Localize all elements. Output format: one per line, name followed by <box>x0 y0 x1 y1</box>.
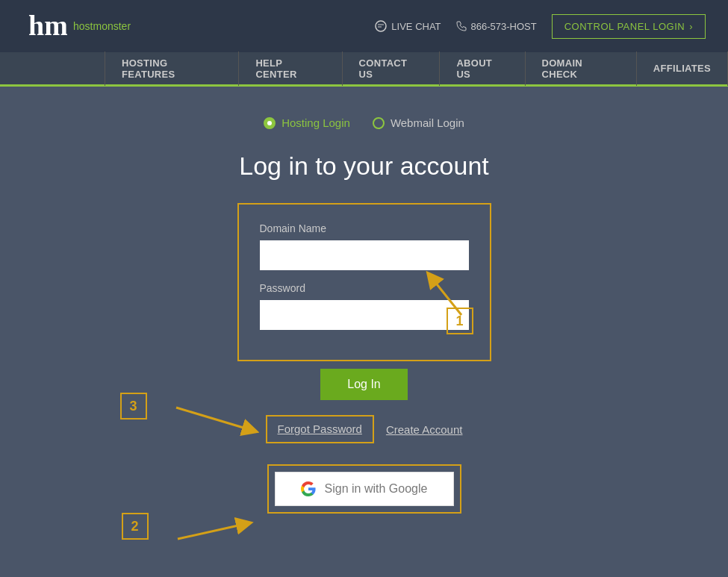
login-button[interactable]: Log In <box>320 369 407 400</box>
domain-field-group: Domain Name <box>260 222 469 270</box>
nav-affiliates[interactable]: AFFILIATES <box>637 52 728 86</box>
password-input[interactable] <box>260 300 469 330</box>
annotation-box-2: 2 <box>122 513 149 540</box>
nav-about-us[interactable]: ABOUT US <box>440 52 525 86</box>
nav-domain-check[interactable]: DOMAIN CHECK <box>526 52 637 86</box>
annotation-box-3: 3 <box>120 393 147 420</box>
logo-area: hm hostmonster <box>22 4 131 49</box>
header-top: hm hostmonster LIVE CHAT 866-573-HOST CO… <box>0 0 728 52</box>
login-form-box: Domain Name Password <box>237 203 491 361</box>
header-right: LIVE CHAT 866-573-HOST CONTROL PANEL LOG… <box>375 14 706 39</box>
forgot-password-link[interactable]: Forgot Password <box>278 422 362 435</box>
domain-input[interactable] <box>260 240 469 270</box>
google-signin-wrapper: Sign in with Google <box>267 464 461 514</box>
forgot-password-box: Forgot Password <box>266 415 374 443</box>
google-signin-area: 2 Sign in with Google <box>267 464 461 514</box>
login-toggle: Hosting Login Webmail Login <box>264 116 464 129</box>
svg-text:hm: hm <box>28 10 67 41</box>
logo-icon: hm <box>22 4 67 49</box>
google-signin-label: Sign in with Google <box>325 482 428 496</box>
page-title: Log in to your account <box>239 152 489 181</box>
annotation-1-label: 1 <box>455 314 463 329</box>
svg-point-2 <box>376 21 386 31</box>
nav-bar: HOSTING FEATURES HELP CENTER CONTACT US … <box>0 52 728 87</box>
control-panel-label: CONTROL PANEL LOGIN <box>564 21 685 32</box>
live-chat-label: LIVE CHAT <box>391 21 441 32</box>
live-chat[interactable]: LIVE CHAT <box>375 20 441 32</box>
nav-hosting-features[interactable]: HOSTING FEATURES <box>105 52 239 86</box>
phone-icon <box>456 21 467 31</box>
logo-pre: host <box>73 20 93 32</box>
nav-help-center[interactable]: HELP CENTER <box>239 52 342 86</box>
hosting-login-label: Hosting Login <box>281 116 350 129</box>
domain-label: Domain Name <box>260 222 469 234</box>
annotation-box-1: 1 <box>447 308 473 334</box>
create-account-link[interactable]: Create Account <box>386 423 463 436</box>
control-panel-btn[interactable]: CONTROL PANEL LOGIN › <box>552 14 706 39</box>
form-annotation-wrapper: Domain Name Password 1 Log In <box>111 203 618 514</box>
hosting-radio[interactable] <box>264 117 276 129</box>
arrow-right-icon: › <box>689 21 693 32</box>
logo-post: monster <box>93 20 131 32</box>
webmail-radio[interactable] <box>373 117 385 129</box>
radio-inner <box>267 121 272 125</box>
main-content: Hosting Login Webmail Login Log in to yo… <box>0 87 728 558</box>
webmail-login-toggle[interactable]: Webmail Login <box>373 116 464 129</box>
webmail-login-label: Webmail Login <box>391 116 464 129</box>
logo-text: hostmonster <box>73 20 131 33</box>
nav-contact-us[interactable]: CONTACT US <box>343 52 441 86</box>
links-row: 3 Forgot Password Create Account <box>266 415 463 443</box>
hosting-login-toggle[interactable]: Hosting Login <box>264 116 350 129</box>
annotation-2-label: 2 <box>131 519 138 534</box>
phone-text: 866-573-HOST <box>471 21 537 32</box>
annotation-3-label: 3 <box>130 399 137 414</box>
password-label: Password <box>260 282 469 294</box>
chat-icon <box>375 20 387 32</box>
password-field-group: Password <box>260 282 469 330</box>
google-g-icon <box>301 481 316 496</box>
google-signin-button[interactable]: Sign in with Google <box>275 472 454 506</box>
arrow2-svg <box>163 502 282 546</box>
phone-number: 866-573-HOST <box>456 21 537 32</box>
